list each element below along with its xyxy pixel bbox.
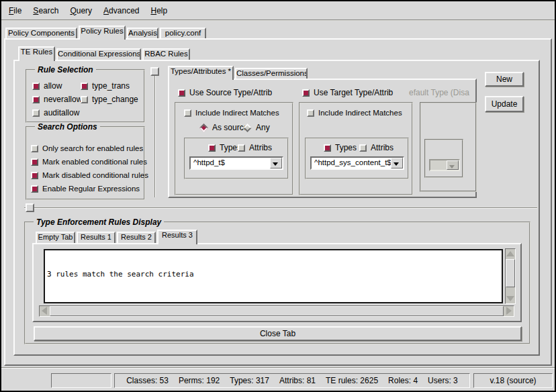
- neverallow-label: neverallow: [44, 95, 82, 104]
- checkbox-type-change[interactable]: type_change: [81, 95, 138, 104]
- source-types-checkbox-box[interactable]: [208, 144, 216, 152]
- checkbox-use-target[interactable]: Use Target Type/Attrib: [302, 88, 393, 97]
- type-trans-checkbox-box[interactable]: [81, 83, 88, 90]
- source-indirect-checkbox-box[interactable]: [184, 109, 191, 117]
- results-text-area[interactable]: 3 rules match the search criteria (5822)…: [44, 249, 503, 303]
- search-options-title: Search Options: [35, 122, 100, 132]
- type-change-checkbox-box[interactable]: [81, 96, 88, 103]
- mark-disabled-checkbox-box[interactable]: [31, 172, 38, 179]
- vertical-scrollbar-thumb[interactable]: [506, 259, 515, 287]
- status-classes: Classes: 53: [126, 376, 169, 385]
- tab-classes-permissions[interactable]: Classes/Permissions: [235, 68, 308, 79]
- target-attribs-checkbox-box[interactable]: [359, 144, 367, 152]
- scroll-left-icon[interactable]: [42, 307, 47, 315]
- checkbox-source-types[interactable]: Types: [208, 143, 241, 152]
- menu-query[interactable]: Query: [70, 6, 92, 15]
- checkbox-enable-regex[interactable]: Enable Regular Expressions: [31, 185, 140, 193]
- use-target-checkbox-box[interactable]: [302, 89, 310, 97]
- horizontal-scrollbar[interactable]: [39, 305, 514, 317]
- use-source-checkbox-box[interactable]: [178, 89, 185, 97]
- checkbox-mark-enabled-conditional[interactable]: Mark enabled conditional rules: [31, 158, 147, 166]
- source-type-combobox[interactable]: ^httpd_t$: [189, 156, 283, 170]
- close-tab-button[interactable]: Close Tab: [34, 326, 522, 341]
- status-users: Users: 3: [428, 376, 458, 385]
- status-attribs: Attribs: 81: [279, 376, 316, 385]
- menu-advanced[interactable]: Advanced: [103, 6, 139, 15]
- checkbox-target-attribs[interactable]: Attribs: [359, 143, 393, 152]
- source-indirect-label: Include Indirect Matches: [195, 109, 279, 117]
- source-attribs-checkbox-box[interactable]: [238, 144, 245, 152]
- checkbox-auditallow[interactable]: auditallow: [32, 108, 79, 117]
- types-attributes-panel: Use Source Type/Attrib Include Indirect …: [168, 79, 477, 198]
- target-indirect-checkbox-box[interactable]: [307, 109, 314, 117]
- target-types-checkbox-box[interactable]: [324, 144, 331, 152]
- mark-enabled-checkbox-box[interactable]: [31, 158, 38, 166]
- checkbox-only-enabled-rules[interactable]: Only search for enabled rules: [31, 144, 143, 152]
- target-combobox-dropdown-button[interactable]: [391, 158, 403, 168]
- vertical-sash-line: [154, 67, 156, 197]
- chevron-down-icon: [449, 165, 455, 168]
- menu-file[interactable]: File: [9, 6, 21, 15]
- any-radio-diamond[interactable]: [243, 124, 252, 132]
- tab-te-rules[interactable]: TE Rules: [18, 46, 55, 61]
- update-button[interactable]: Update: [485, 96, 524, 112]
- rule-selection-group: Rule Selection allow type_trans neverall…: [26, 69, 145, 123]
- status-roles: Roles: 4: [388, 376, 418, 385]
- type-change-label: type_change: [92, 95, 138, 104]
- tab-types-attributes[interactable]: Types/Attributes *: [168, 66, 234, 80]
- checkbox-use-source[interactable]: Use Source Type/Attrib: [178, 88, 272, 97]
- tab-rbac-rules[interactable]: RBAC Rules: [142, 48, 190, 60]
- target-types-attribs-group: Types Attribs ^httpd_sys_content_t$: [305, 138, 409, 179]
- checkbox-neverallow[interactable]: neverallow: [32, 95, 82, 104]
- source-type-combobox-value: ^httpd_t$: [193, 158, 225, 166]
- radio-as-source[interactable]: As source: [199, 123, 248, 132]
- target-type-combobox[interactable]: ^httpd_sys_content_t$: [310, 156, 404, 170]
- horizontal-scrollbar-thumb[interactable]: [50, 306, 504, 316]
- tab-results-1[interactable]: Results 1: [77, 232, 115, 243]
- radio-any[interactable]: Any: [243, 123, 270, 132]
- as-source-radio-diamond[interactable]: [199, 124, 208, 132]
- vertical-sash-handle[interactable]: [150, 67, 159, 76]
- target-group: Include Indirect Matches Types Attribs ^…: [299, 102, 413, 195]
- mark-disabled-label: Mark disabled conditional rules: [42, 171, 148, 179]
- vertical-scrollbar[interactable]: [505, 248, 516, 304]
- target-indirect-label: Include Indirect Matches: [318, 109, 402, 117]
- auditallow-label: auditallow: [44, 108, 79, 117]
- checkbox-allow[interactable]: allow: [32, 81, 62, 91]
- tab-results-2[interactable]: Results 2: [117, 232, 156, 243]
- source-combobox-dropdown-button[interactable]: [270, 158, 282, 168]
- scroll-right-icon[interactable]: [506, 307, 512, 315]
- status-perms: Perms: 192: [179, 376, 220, 385]
- tab-policy-components[interactable]: Policy Components: [5, 28, 77, 38]
- tab-policy-rules[interactable]: Policy Rules: [79, 26, 126, 40]
- auditallow-checkbox-box[interactable]: [32, 109, 40, 117]
- new-button[interactable]: New: [485, 72, 524, 87]
- neverallow-checkbox-box[interactable]: [32, 96, 40, 103]
- checkbox-type-trans[interactable]: type_trans: [81, 81, 130, 91]
- enable-regex-label: Enable Regular Expressions: [42, 185, 140, 193]
- enable-regex-checkbox-box[interactable]: [31, 185, 38, 193]
- type-trans-label: type_trans: [92, 81, 130, 91]
- checkbox-target-types[interactable]: Types: [324, 143, 357, 152]
- only-enabled-checkbox-box[interactable]: [31, 145, 38, 152]
- scroll-up-icon[interactable]: [506, 251, 514, 256]
- menu-help[interactable]: Help: [150, 6, 167, 15]
- checkbox-mark-disabled-conditional[interactable]: Mark disabled conditional rules: [31, 171, 148, 179]
- tab-policy-conf[interactable]: policy.conf: [160, 28, 206, 38]
- only-enabled-label: Only search for enabled rules: [42, 144, 143, 152]
- tab-analysis[interactable]: Analysis: [127, 28, 158, 38]
- menu-bar: File Search Query Advanced Help: [1, 1, 555, 21]
- target-attribs-label: Attribs: [371, 143, 393, 152]
- allow-label: allow: [44, 81, 62, 91]
- checkbox-source-attribs[interactable]: Attribs: [238, 143, 272, 152]
- allow-checkbox-box[interactable]: [32, 83, 40, 90]
- tab-conditional-expressions[interactable]: Conditional Expressions: [56, 48, 141, 60]
- checkbox-source-indirect[interactable]: Include Indirect Matches: [184, 109, 279, 117]
- horizontal-sash-handle[interactable]: [26, 203, 34, 212]
- tab-results-3[interactable]: Results 3: [157, 230, 197, 244]
- menu-search[interactable]: Search: [33, 6, 58, 15]
- checkbox-target-indirect[interactable]: Include Indirect Matches: [307, 109, 402, 117]
- tab-empty-tab[interactable]: Empty Tab: [36, 232, 75, 243]
- target-type-combobox-value: ^httpd_sys_content_t$: [314, 158, 391, 166]
- scroll-down-icon[interactable]: [506, 296, 514, 301]
